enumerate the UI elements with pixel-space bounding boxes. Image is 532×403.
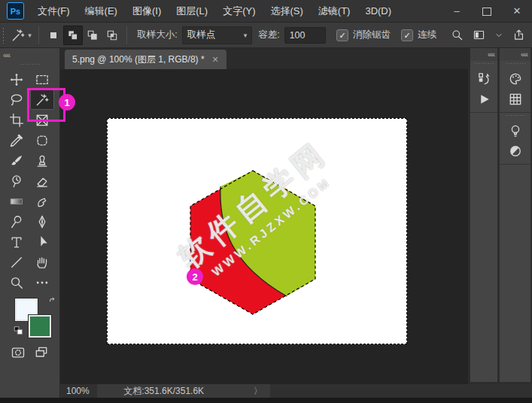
dock-column-1: ««: [470, 48, 497, 382]
zoom-level[interactable]: 100%: [60, 386, 97, 396]
minimize-button[interactable]: –: [442, 0, 472, 23]
checkbox-box-icon: ✓: [401, 29, 413, 41]
document-tab-title: 5.png @ 100% (图层 1, RGB/8) *: [72, 53, 205, 66]
tool-brush[interactable]: [5, 150, 29, 171]
intersect-selection-button[interactable]: [102, 26, 122, 45]
search-icon[interactable]: [448, 27, 466, 43]
window-bottom-edge: [0, 398, 532, 403]
sample-size-value: 取样点: [187, 29, 216, 41]
panel-icon-color-palette[interactable]: [500, 68, 530, 89]
tool-smudge[interactable]: [30, 191, 54, 211]
tool-marquee[interactable]: [30, 69, 54, 89]
tool-preset-button[interactable]: ▾: [8, 26, 34, 44]
checkbox-label: 连续: [418, 29, 436, 41]
chevron-down-icon: ▾: [244, 32, 248, 39]
maximize-icon: [482, 8, 491, 16]
separator: [126, 26, 127, 44]
menu-items: 文件(F)编辑(E)图像(I)图层(L)文字(Y)选择(S)滤镜(T)3D(D)…: [30, 0, 406, 22]
default-colors-icon[interactable]: [14, 326, 23, 338]
collapse-icon: ««: [3, 51, 10, 59]
panel-group: [500, 62, 530, 113]
maximize-button[interactable]: [472, 0, 502, 23]
tolerance-input[interactable]: 100: [284, 27, 326, 44]
step-badge-1: 1: [59, 94, 75, 111]
tool-eraser[interactable]: [30, 171, 54, 191]
checkbox-连续[interactable]: ✓连续: [401, 29, 436, 41]
tool-eyedropper[interactable]: [5, 130, 29, 150]
tool-healing[interactable]: [30, 130, 54, 150]
tab-close-icon[interactable]: ✕: [212, 55, 219, 65]
tool-type[interactable]: [5, 232, 29, 252]
tool-lasso[interactable]: [5, 89, 29, 110]
add-to-selection-button[interactable]: [63, 26, 83, 45]
color-swatch-area: [0, 297, 59, 339]
panel-collapse-header[interactable]: ««: [500, 48, 530, 61]
menu-item-文件F[interactable]: 文件(F): [30, 0, 78, 22]
panel-grip[interactable]: [474, 62, 494, 65]
checkbox-消除锯齿[interactable]: ✓消除锯齿: [336, 29, 391, 41]
checkbox-box-icon: ✓: [336, 29, 348, 41]
workspace-icon[interactable]: [470, 27, 488, 43]
magic-wand-icon: [11, 28, 26, 43]
options-right-icons: [448, 27, 532, 43]
menu-item-选择S[interactable]: 选择(S): [263, 0, 310, 22]
tool-move[interactable]: [5, 69, 29, 89]
panel-icon-adjustments-halfcircle[interactable]: [500, 141, 530, 161]
panel-icon-swatches-grid[interactable]: [500, 89, 530, 109]
panel-collapse-header[interactable]: ««: [470, 48, 497, 61]
subtract-from-selection-button[interactable]: [83, 26, 102, 45]
screen-mode-button[interactable]: [34, 345, 49, 362]
tool-dodge[interactable]: [5, 211, 29, 232]
options-grip[interactable]: [2, 27, 5, 44]
chevron-down-icon[interactable]: [492, 29, 506, 41]
tool-pen[interactable]: [30, 211, 54, 232]
menu-item-滤镜T[interactable]: 滤镜(T): [311, 0, 358, 22]
tolerance-label: 容差:: [258, 29, 279, 41]
tool-path-select[interactable]: [30, 232, 54, 252]
status-bar: 100% 文档:351.6K/351.6K 〉: [60, 384, 532, 398]
document-tab[interactable]: 5.png @ 100% (图层 1, RGB/8) * ✕: [65, 50, 226, 69]
quick-mask-button[interactable]: [11, 345, 26, 362]
menu-item-图层L[interactable]: 图层(L): [169, 0, 215, 22]
close-button[interactable]: ✕: [502, 0, 532, 23]
tools-panel-grip[interactable]: [20, 63, 40, 66]
tools-panel-header[interactable]: ««: [0, 48, 59, 62]
options-checkboxes: ✓消除锯齿✓连续: [326, 29, 436, 41]
tool-hand[interactable]: [30, 252, 54, 272]
menu-item-3DD[interactable]: 3D(D): [357, 0, 399, 22]
tool-line[interactable]: [5, 252, 29, 272]
swap-colors-icon[interactable]: [48, 297, 59, 310]
app-logo[interactable]: Ps: [7, 2, 24, 20]
panel-icon-lightbulb[interactable]: [500, 120, 530, 141]
menu-item-编辑E[interactable]: 编辑(E): [78, 0, 125, 22]
tool-gradient[interactable]: [5, 191, 29, 211]
sample-size-label: 取样大小:: [137, 29, 177, 41]
panel-grip[interactable]: [506, 114, 525, 117]
panel-group: [500, 114, 530, 165]
panel-icon-history[interactable]: [470, 68, 497, 89]
document-size-info: 文档:351.6K/351.6K: [97, 384, 231, 398]
panel-icon-actions-play[interactable]: [470, 89, 497, 109]
canvas-pasteboard[interactable]: 软件自学网 WWW.RJZXW.COM 2: [60, 69, 468, 384]
mask-mode-row: [0, 339, 59, 362]
share-icon[interactable]: [510, 27, 527, 43]
background-color-swatch[interactable]: [29, 315, 51, 338]
status-chevron-icon[interactable]: 〉: [231, 384, 270, 398]
checkbox-label: 消除锯齿: [353, 29, 391, 41]
menu-item-文字Y[interactable]: 文字(Y): [215, 0, 263, 22]
menu-item-图像I[interactable]: 图像(I): [125, 0, 169, 22]
sample-size-select[interactable]: 取样点 ▾: [182, 26, 252, 44]
tool-stamp[interactable]: [30, 150, 54, 171]
panel-grip[interactable]: [506, 62, 525, 65]
document-canvas[interactable]: 软件自学网 WWW.RJZXW.COM 2: [107, 118, 407, 344]
tool-history-brush[interactable]: [5, 171, 29, 191]
tool-zoom[interactable]: [5, 272, 29, 292]
tool-crop[interactable]: [5, 110, 29, 130]
hexagon-artwork: [108, 119, 407, 344]
collapse-icon: ««: [488, 50, 494, 59]
step-badge-2: 2: [187, 268, 203, 285]
separator: [38, 26, 39, 44]
menu-item-视图V[interactable]: 视图(V): [399, 0, 406, 22]
tool-more[interactable]: [30, 272, 54, 292]
new-selection-button[interactable]: [44, 26, 63, 45]
